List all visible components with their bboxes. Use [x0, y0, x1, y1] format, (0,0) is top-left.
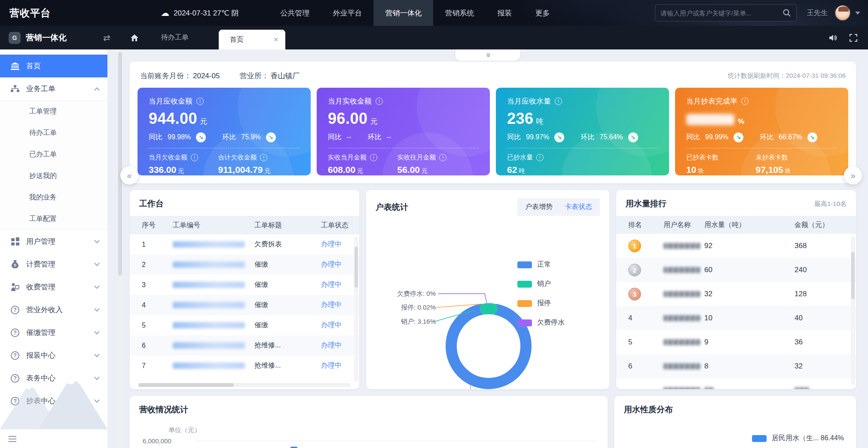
close-tab-icon[interactable]: × — [274, 35, 278, 44]
info-icon[interactable]: ! — [191, 154, 198, 161]
sidebar-group-meter-center[interactable]: ? 表务中心 — [0, 367, 107, 390]
sidebar-footer — [0, 429, 107, 448]
ranking-panel: 用水量排行 最高1-10名 排名 用户名称 用水量（吨） 金额（元） 1 — [616, 190, 856, 389]
sidebar-item-done-workorder[interactable]: 已办工单 — [0, 144, 107, 165]
table-row[interactable]: 4 催缴办理中 — [130, 295, 359, 315]
table-row-partial[interactable] — [616, 378, 856, 389]
volume-icon[interactable] — [828, 34, 838, 42]
sidebar-group-nonoperating-income[interactable]: ? 营业外收入 — [0, 298, 107, 321]
tab-home-active[interactable]: 首页 × — [219, 30, 285, 49]
kpi-card-receivable-water[interactable]: 当月应收水量 ! 236吨 同比99.97% ↘ 环比75.64% ↘ — [496, 88, 669, 175]
sidebar-item-my-business[interactable]: 我的业务 — [0, 187, 107, 208]
account-month-value: 2024-05 — [193, 72, 220, 80]
table-row[interactable]: 5 9 36 — [616, 330, 856, 354]
fullscreen-icon[interactable] — [849, 34, 858, 42]
redacted-value — [686, 114, 734, 125]
account-bar: 当前账务月份： 2024-05 营业所： 香山镇厂 统计数据刷新时间：2024-… — [138, 68, 848, 88]
search-input[interactable] — [660, 9, 782, 17]
table-row[interactable]: 2 60 240 — [616, 258, 856, 282]
nav-public-mgmt[interactable]: 公共管理 — [269, 0, 321, 26]
scrollbar-thumb[interactable] — [138, 383, 234, 387]
nav-field-platform[interactable]: 外业平台 — [321, 0, 373, 26]
legend-item-paused[interactable]: 报停 — [517, 299, 565, 308]
legend-item-residential[interactable]: 居民用水（生... 86.44% — [752, 434, 844, 443]
legend-item-cutoff[interactable]: 欠费停水 — [517, 318, 565, 327]
redacted-order-no — [173, 302, 245, 308]
table-row[interactable]: 4 10 40 — [616, 306, 856, 330]
ranking-table-body: 1 92 368 2 60 240 — [616, 234, 856, 389]
nav-more[interactable]: 更多 — [523, 0, 561, 26]
svg-text:S: S — [14, 263, 16, 267]
global-search[interactable] — [655, 4, 797, 21]
sidebar-item-home[interactable]: 首页 — [0, 55, 107, 77]
kpi-subvalues: 实收当月金额! 608.00元 实收往月金额! 56.00元 — [328, 153, 479, 175]
carousel-left-button[interactable]: « — [120, 166, 138, 184]
table-row[interactable]: 6 抢维修...办理中 — [130, 335, 359, 356]
carousel-right-button[interactable]: » — [844, 166, 862, 184]
sidebar-group-installation-center[interactable]: ? 报装中心 — [0, 344, 107, 367]
scrollbar-thumb[interactable] — [355, 247, 358, 288]
scrollbar-thumb[interactable] — [851, 252, 855, 299]
sidebar-group-collection-mgmt[interactable]: ? 催缴管理 — [0, 321, 107, 344]
sidebar-group-charging-mgmt[interactable]: 收费管理 — [0, 276, 107, 298]
legend-swatch — [517, 261, 532, 268]
brand-logo: 营收平台 — [0, 6, 62, 20]
kpi-title: 当月应收金额 ! — [149, 96, 300, 106]
sidebar-group-billing-mgmt[interactable]: S 计费管理 — [0, 253, 107, 276]
kpi-card-receivable-amount[interactable]: 当月应收金额 ! 944.00元 同比99.98% ↘ 环比75.9% ↘ — [138, 88, 311, 175]
app-title: 营销一体化 — [26, 32, 67, 43]
collapse-summary-button[interactable]: « — [455, 49, 520, 61]
sidebar-item-workorder-config[interactable]: 工单配置 — [0, 208, 107, 230]
redacted-value — [704, 387, 714, 389]
table-row[interactable]: 2 催缴办理中 — [130, 255, 359, 275]
collapse-menu-icon[interactable] — [9, 439, 16, 439]
sidebar-group-user-mgmt[interactable]: 用户管理 — [0, 230, 107, 253]
search-icon[interactable] — [782, 9, 791, 17]
table-row[interactable]: 1 欠费拆表办理中 — [130, 234, 359, 255]
tab-meter-trend[interactable]: 户表增势 — [525, 203, 553, 212]
tab-card-status[interactable]: 卡表状态 — [565, 203, 592, 212]
kpi-card-reading-completion[interactable]: 当月抄表完成率 ! % 同比99.99% ↘ 环比66.67% ↘ — [675, 88, 848, 175]
table-row[interactable]: 7 抢维修...办理中 — [130, 356, 359, 376]
username: 王先生 — [807, 9, 828, 18]
nav-marketing-system[interactable]: 营销系统 — [433, 0, 486, 26]
sidebar-group-workorders[interactable]: 业务工单 — [0, 77, 107, 100]
legend-item-closed[interactable]: 销户 — [517, 279, 565, 288]
redacted-user-name — [663, 291, 700, 297]
table-scrollbar[interactable] — [354, 236, 358, 381]
info-icon[interactable]: ! — [376, 98, 383, 105]
sidebar-item-cc-me[interactable]: 抄送我的 — [0, 165, 107, 187]
table-row[interactable]: 1 92 368 — [616, 234, 856, 258]
info-icon[interactable]: ! — [536, 154, 544, 161]
nav-marketing-integration[interactable]: 营销一体化 — [373, 0, 433, 26]
info-icon[interactable]: ! — [260, 154, 267, 161]
info-icon[interactable]: ! — [741, 98, 749, 105]
sidebar-item-todo-workorder[interactable]: 待办工单 — [0, 122, 107, 144]
table-row[interactable]: 6 8 32 — [616, 354, 856, 378]
table-hscrollbar[interactable] — [138, 383, 351, 387]
table-row[interactable]: 5 催缴办理中 — [130, 315, 359, 335]
info-icon[interactable]: ! — [370, 154, 377, 161]
legend-item-normal[interactable]: 正常 — [517, 260, 565, 269]
table-row[interactable]: 3 催缴办理中 — [130, 275, 359, 295]
trend-down-icon: ↘ — [266, 132, 276, 142]
table-row[interactable]: 3 32 128 — [616, 282, 856, 306]
user-menu-caret-icon[interactable] — [855, 12, 860, 15]
avatar[interactable] — [834, 5, 851, 21]
kpi-card-received-amount[interactable]: 当月实收金额 ! 96.00元 同比-- 环比-- — [317, 88, 490, 175]
sidebar-item-workorder-mgmt[interactable]: 工单管理 — [0, 101, 107, 122]
table-scrollbar[interactable] — [851, 236, 855, 385]
sidebar-group-meter-reading-center[interactable]: ? 抄表中心 — [0, 390, 107, 412]
info-icon[interactable]: ! — [196, 98, 204, 105]
question-circle-icon: ? — [10, 397, 20, 405]
home-icon[interactable] — [130, 34, 139, 42]
question-circle-icon: ? — [10, 306, 20, 314]
tab-todo-workorder[interactable]: 待办工单 — [161, 33, 189, 42]
info-icon[interactable]: ! — [439, 154, 446, 161]
chevron-up-icon — [94, 87, 100, 93]
nav-installation[interactable]: 报装 — [486, 0, 523, 26]
switch-app-icon[interactable]: ⇄ — [103, 33, 110, 43]
redacted-order-no — [173, 282, 245, 288]
info-icon[interactable]: ! — [555, 98, 562, 105]
kpi-trend: 同比99.97% ↘ 环比75.64% ↘ — [507, 132, 658, 142]
